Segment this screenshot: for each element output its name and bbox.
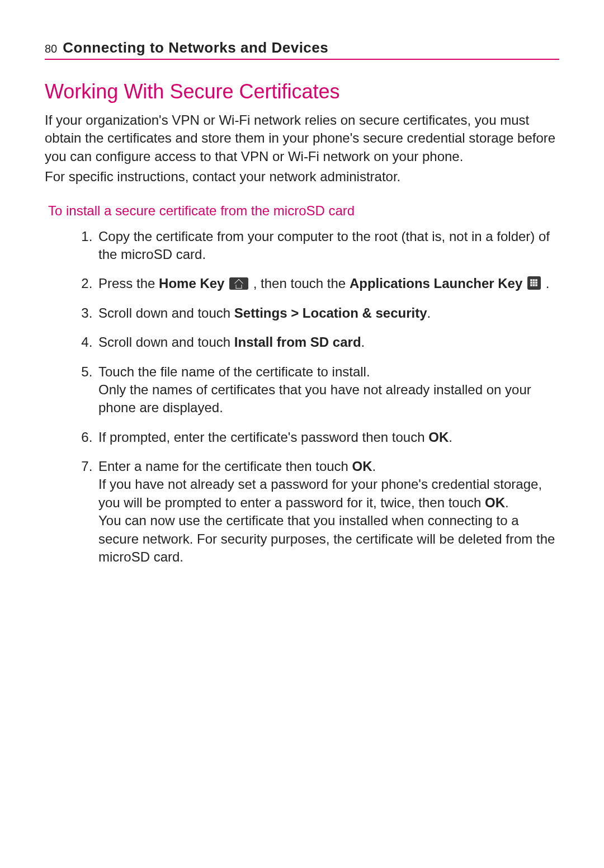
instruction-list: Copy the certificate from your computer … [45, 228, 559, 567]
step-text: Scroll down and touch [98, 305, 234, 320]
page-header: 80 Connecting to Networks and Devices [45, 39, 559, 60]
step-text: . [361, 334, 365, 350]
step-text: You can now use the certificate that you… [98, 513, 555, 564]
apps-launcher-key-label: Applications Launcher Key [350, 276, 522, 291]
step-text: , then touch the [249, 276, 350, 291]
ok-label: OK [428, 430, 449, 445]
step-text: Touch the file name of the certificate t… [98, 364, 370, 379]
step-text: If prompted, enter the certificate's pas… [98, 430, 428, 445]
step-5: Touch the file name of the certificate t… [96, 363, 559, 417]
step-text: Press the [98, 276, 159, 291]
chapter-title: Connecting to Networks and Devices [63, 39, 328, 56]
step-text: Only the names of certificates that you … [98, 382, 531, 415]
step-text: Copy the certificate from your computer … [98, 229, 550, 262]
step-text: . [449, 430, 452, 445]
step-text: If you have not already set a password f… [98, 477, 542, 510]
step-text: Scroll down and touch [98, 334, 234, 350]
ok-label: OK [352, 459, 372, 474]
home-key-label: Home Key [159, 276, 224, 291]
intro-paragraph-2: For specific instructions, contact your … [45, 168, 559, 186]
home-key-icon [229, 277, 248, 290]
intro-paragraph-1: If your organization's VPN or Wi-Fi netw… [45, 111, 559, 166]
menu-item: Install from SD card [234, 334, 361, 350]
manual-page: 80 Connecting to Networks and Devices Wo… [0, 0, 604, 868]
step-4: Scroll down and touch Install from SD ca… [96, 333, 559, 351]
step-1: Copy the certificate from your computer … [96, 228, 559, 264]
step-3: Scroll down and touch Settings > Locatio… [96, 304, 559, 322]
page-title: Working With Secure Certificates [45, 80, 559, 103]
step-text: Enter a name for the certificate then to… [98, 459, 352, 474]
section-subheading: To install a secure certificate from the… [48, 203, 559, 219]
step-text: . [427, 305, 431, 320]
step-text: . [505, 495, 509, 510]
step-6: If prompted, enter the certificate's pas… [96, 428, 559, 446]
step-7: Enter a name for the certificate then to… [96, 457, 559, 566]
menu-path: Settings > Location & security [234, 305, 427, 320]
ok-label: OK [485, 495, 505, 510]
step-text: . [542, 276, 549, 291]
step-2: Press the Home Key , then touch the Appl… [96, 275, 559, 293]
apps-launcher-key-icon [527, 276, 541, 290]
page-number: 80 [45, 43, 57, 55]
step-text: . [372, 459, 376, 474]
